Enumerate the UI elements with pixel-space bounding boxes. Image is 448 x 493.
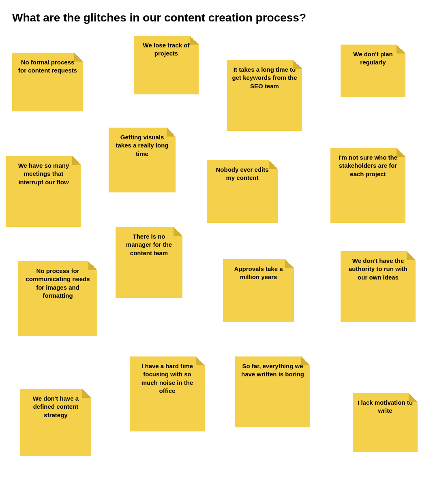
note-1: No formal process for content requests <box>12 53 83 111</box>
page-title: What are the glitches in our content cre… <box>0 0 448 28</box>
note-6: We have so many meetings that interrupt … <box>6 156 81 227</box>
note-2: We lose track of projects <box>134 36 199 94</box>
note-15: We don't have a defined content strategy <box>20 389 91 456</box>
note-4: We don't plan regularly <box>341 45 405 97</box>
note-3: It takes a long time to get keywords fro… <box>227 60 302 131</box>
note-12: We don't have the authority to run with … <box>341 251 416 322</box>
note-5: Getting visuals takes a really long time <box>109 128 176 192</box>
note-13: I have a hard time focusing with so much… <box>130 356 205 431</box>
note-14: So far, everything we have written is bo… <box>235 356 310 427</box>
note-7: Nobody ever edits my content <box>207 160 278 223</box>
note-11: Approvals take a million years <box>223 259 294 322</box>
note-10: No process for communicating needs for i… <box>18 261 97 336</box>
note-9: There is no manager for the content team <box>116 227 182 298</box>
note-8: I'm not sure who the stakeholders are fo… <box>330 148 405 223</box>
note-16: I lack motivation to write <box>353 393 418 452</box>
